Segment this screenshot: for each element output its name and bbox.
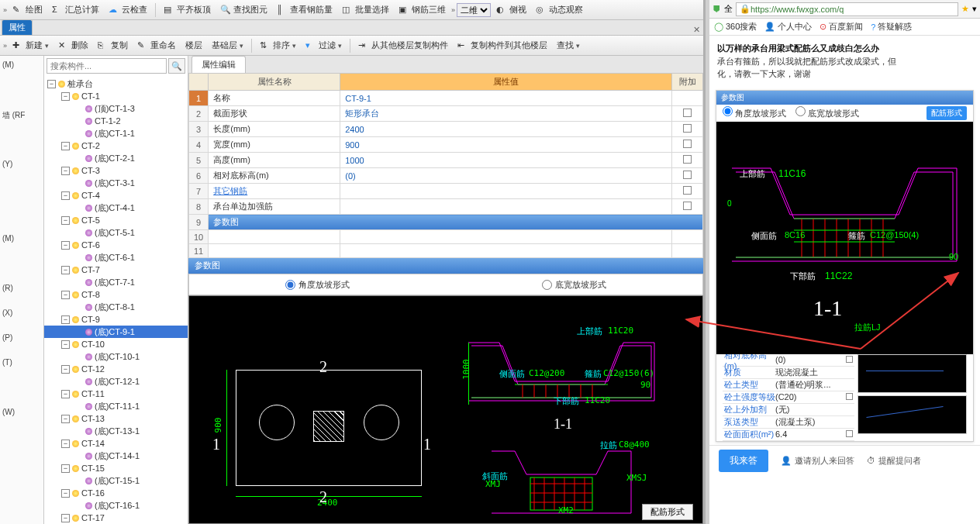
prop-row[interactable]: 8承台单边加强筋 <box>189 199 703 215</box>
link-remind[interactable]: ⏱提醒提问者 <box>867 455 921 467</box>
tree-leaf[interactable]: (底)CT-1-1 <box>44 127 188 140</box>
r-prop-row[interactable]: 砼土强度等级(C20) <box>723 391 854 404</box>
btn-copyfrom[interactable]: ⇥从其他楼层复制构件 <box>354 37 452 53</box>
tree-leaf[interactable]: (底)CT-9-1 <box>44 326 188 338</box>
tree-node[interactable]: −CT-14 <box>44 437 188 450</box>
tab-attr[interactable]: 属性 <box>2 19 33 35</box>
tree-leaf[interactable]: (底)CT-14-1 <box>44 450 188 462</box>
tree-leaf[interactable]: (底)CT-3-1 <box>44 177 188 189</box>
tree-leaf[interactable]: CT-1-2 <box>44 115 188 127</box>
r-radio-width[interactable]: 底宽放坡形式 <box>795 106 859 119</box>
r-btn-form[interactable]: 配筋形式 <box>927 106 967 120</box>
btn-find2[interactable]: 查找▾ <box>553 37 584 53</box>
btn-answer[interactable]: 我来答 <box>719 450 768 472</box>
prop-row[interactable]: 2截面形状矩形承台 <box>189 106 703 122</box>
btn-rebar-form[interactable]: 配筋形式 <box>642 504 693 520</box>
prop-row[interactable]: 4宽度(mm)900 <box>189 137 703 153</box>
dropdown-icon[interactable]: ▾ <box>972 4 977 14</box>
tree-node[interactable]: −CT-11 <box>44 388 188 400</box>
floor-sel[interactable]: 基础层▾ <box>208 37 247 53</box>
tab-close[interactable]: ✕ <box>693 25 700 35</box>
r-prop-row[interactable]: 相对底标高(m)(0) <box>723 354 854 367</box>
r-prop-row[interactable]: 砼面面积(m²)6.4 <box>723 429 854 441</box>
tree-node[interactable]: −CT-16 <box>44 487 188 499</box>
link-baidu[interactable]: ⊙百度新闻 <box>820 21 863 33</box>
prop-row[interactable]: 10 <box>189 230 703 244</box>
tree-node[interactable]: −CT-2 <box>44 140 188 152</box>
cat-item[interactable]: (T) <box>0 357 43 381</box>
prop-row[interactable]: 3长度(mm)2400 <box>189 122 703 137</box>
tree-leaf[interactable]: (底)CT-16-1 <box>44 499 188 512</box>
cat-item[interactable]: (R) <box>0 282 43 307</box>
r-prop-row[interactable]: 泵送类型(混凝土泵) <box>723 416 854 429</box>
tree-node[interactable]: −CT-3 <box>44 164 188 177</box>
tree-leaf[interactable]: (底)CT-4-1 <box>44 202 188 214</box>
tree-leaf[interactable]: (底)CT-15-1 <box>44 474 188 487</box>
btn-new[interactable]: ✚新建▾ <box>9 37 53 53</box>
prop-row[interactable]: 5高度(mm)1000 <box>189 153 703 168</box>
btn-orbit[interactable]: ◎动态观察 <box>532 2 587 18</box>
r-prop-row[interactable]: 砼土类型(普通砼)明浆... <box>723 379 854 391</box>
search-input[interactable] <box>47 58 167 74</box>
radio-angle[interactable]: 角度放坡形式 <box>285 279 350 291</box>
btn-filter[interactable]: ▾过滤▾ <box>302 37 346 53</box>
tab-property-edit[interactable]: 属性编辑 <box>192 56 246 73</box>
toolbar-overflow2[interactable]: » <box>451 6 455 14</box>
tree-node[interactable]: −CT-12 <box>44 363 188 375</box>
prop-row[interactable]: 6相对底标高(m)(0) <box>189 168 703 184</box>
btn-copy[interactable]: ⎘复制 <box>94 37 132 53</box>
link-profile[interactable]: 👤个人中心 <box>764 21 812 33</box>
star-icon[interactable]: ★ <box>961 4 969 14</box>
tree-node[interactable]: −CT-10 <box>44 338 188 350</box>
tree-leaf[interactable]: (底)CT-10-1 <box>44 350 188 363</box>
tree-node[interactable]: −CT-7 <box>44 264 188 276</box>
btn-rebar[interactable]: ║查看钢筋量 <box>273 2 336 18</box>
tree-root[interactable]: −桩承台 <box>44 78 188 90</box>
btn-align[interactable]: ▤平齐板顶 <box>160 2 215 18</box>
cat-item[interactable]: (Y) <box>0 158 43 183</box>
tree-leaf[interactable]: (底)CT-6-1 <box>44 251 188 264</box>
prop-row[interactable]: 1名称CT-9-1 <box>189 91 703 106</box>
tree-leaf[interactable]: (底)CT-11-1 <box>44 400 188 412</box>
link-invite[interactable]: 👤邀请别人来回答 <box>781 455 854 467</box>
btn-sort[interactable]: ⇅排序▾ <box>256 37 300 53</box>
tree-leaf[interactable]: (底)CT-13-1 <box>44 425 188 437</box>
btn-rename[interactable]: ✎重命名 <box>133 37 180 53</box>
radio-width[interactable]: 底宽放坡形式 <box>542 279 606 291</box>
r-prop-row[interactable]: 材质现浇混凝土 <box>723 367 854 379</box>
cat-item[interactable]: 墙 (RF <box>0 109 43 133</box>
r-section-canvas[interactable]: 上部筋 11C16 侧面筋 8C16 箍筋 C12@150(4) 90 下部筋 … <box>716 122 973 354</box>
link-360[interactable]: ◯360搜索 <box>714 21 757 33</box>
tree-node[interactable]: −CT-17 <box>44 512 188 524</box>
tree-node[interactable]: −CT-1 <box>44 90 188 102</box>
tree-leaf[interactable]: (底)CT-12-1 <box>44 375 188 388</box>
tree-node[interactable]: −CT-13 <box>44 412 188 425</box>
btn-batch[interactable]: ◫批量选择 <box>338 2 393 18</box>
tree-node[interactable]: −CT-6 <box>44 239 188 251</box>
tree-leaf[interactable]: (底)CT-2-1 <box>44 152 188 164</box>
prop-row[interactable]: 9参数图 <box>189 215 703 230</box>
prop-row[interactable]: 11 <box>189 244 703 258</box>
r-radio-angle[interactable]: 角度放坡形式 <box>723 106 786 119</box>
cat-item[interactable]: (W) <box>0 406 43 431</box>
tree-node[interactable]: −CT-15 <box>44 462 188 474</box>
thumb-2[interactable] <box>858 395 967 434</box>
btn-find[interactable]: 🔍查找图元 <box>216 2 271 18</box>
tree-leaf[interactable]: (底)CT-7-1 <box>44 276 188 288</box>
tree-node[interactable]: −CT-9 <box>44 313 188 326</box>
component-tree[interactable]: −桩承台−CT-1(顶)CT-1-3CT-1-2(底)CT-1-1−CT-2(底… <box>44 76 188 524</box>
r-prop-row[interactable]: 砼上外加剂(无) <box>723 404 854 416</box>
prop-row[interactable]: 7其它钢筋 <box>189 184 703 199</box>
tree-leaf[interactable]: (底)CT-8-1 <box>44 301 188 313</box>
cat-item[interactable]: (M) <box>0 233 43 257</box>
btn-3d[interactable]: ▣钢筋三维 <box>395 2 450 18</box>
cat-item[interactable]: (X) <box>0 307 43 332</box>
btn-draw[interactable]: ✎绘图 <box>9 2 47 18</box>
btn-side[interactable]: ◐侧视 <box>492 2 530 18</box>
tree-node[interactable]: −CT-4 <box>44 189 188 202</box>
cat-item[interactable]: (M) <box>0 59 43 84</box>
view-select[interactable]: 二维 <box>457 3 491 17</box>
tree-leaf[interactable]: (顶)CT-1-3 <box>44 102 188 115</box>
btn-cloud[interactable]: ☁云检查 <box>105 2 151 18</box>
btn-sum[interactable]: Σ汇总计算 <box>48 2 103 18</box>
